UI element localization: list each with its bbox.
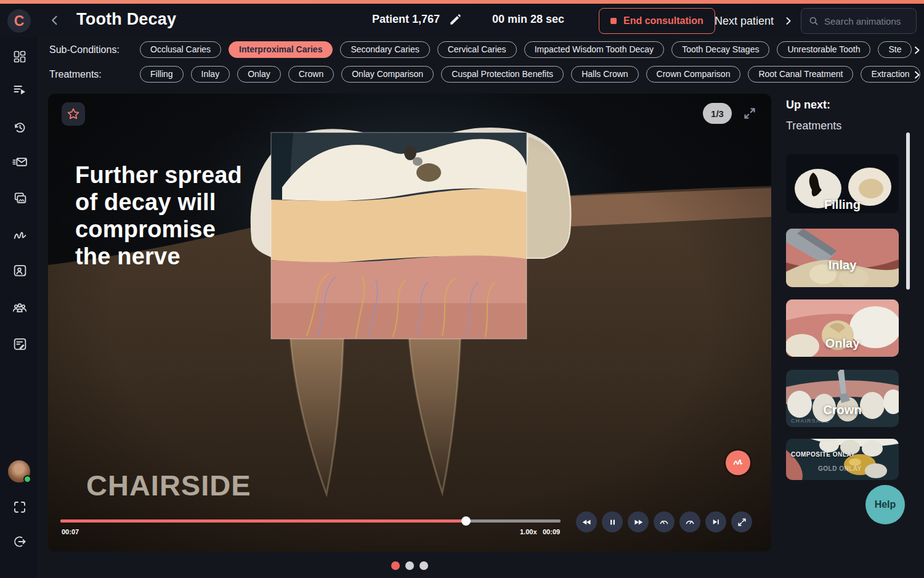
fast-forward-button[interactable] (628, 511, 649, 532)
skip-next-icon (711, 517, 721, 527)
slide-page-indicator[interactable]: 1/3 (703, 103, 732, 124)
pause-button[interactable] (602, 511, 623, 532)
current-time: 00:07 (62, 528, 79, 535)
help-button[interactable]: Help (865, 485, 905, 524)
sidebar-item-forms[interactable] (12, 336, 28, 352)
chip-crown[interactable]: Crown (288, 66, 334, 83)
chip-inlay[interactable]: Inlay (191, 66, 230, 83)
sidebar-item-media-gallery[interactable] (12, 190, 28, 206)
chip-root-canal-treatment[interactable]: Root Canal Treatment (748, 66, 853, 83)
thumbnail-label: Onlay (786, 336, 899, 351)
up-next-item-crown[interactable]: Crown CHAIRSADE (786, 370, 899, 427)
video-duration: 00:09 (543, 528, 560, 535)
end-consultation-button[interactable]: End consultation (599, 8, 715, 34)
up-next-item-filling[interactable]: Filling (786, 154, 899, 213)
edit-patient-button[interactable] (447, 11, 464, 28)
slide-dot-3[interactable] (419, 561, 428, 570)
progress-thumb[interactable] (461, 516, 471, 526)
annotate-draw-button[interactable] (726, 450, 750, 475)
next-slide-button[interactable] (705, 511, 726, 532)
next-patient-button[interactable]: Next patient (710, 8, 798, 34)
sidebar-item-patient-profile[interactable] (12, 263, 28, 279)
slide-dot-1[interactable] (391, 561, 400, 570)
sub-conditions-row: Occlusal Caries Interproximal Caries Sec… (140, 41, 924, 59)
search-input[interactable] (824, 16, 909, 26)
treatments-label: Treatments: (49, 69, 102, 80)
chevron-left-icon (49, 14, 61, 26)
chip-impacted-wisdom-tooth-decay[interactable]: Impacted Wisdom Tooth Decay (524, 41, 665, 58)
star-icon (66, 107, 81, 121)
thumbnail-label: Filling (786, 198, 899, 212)
header-bar: C Tooth Decay Patient 1,767 00 min 28 se… (0, 4, 924, 37)
up-next-item-inlay[interactable]: Inlay (786, 229, 899, 287)
signature-squiggle-icon (12, 228, 28, 243)
slide-dots (48, 561, 771, 570)
chip-ste-truncated[interactable]: Ste (878, 41, 912, 58)
expand-video-button[interactable] (742, 105, 758, 121)
user-avatar[interactable] (8, 460, 30, 482)
playlist-play-icon (12, 83, 27, 97)
rewind-icon (582, 517, 592, 527)
treatments-row: Filling Inlay Onlay Crown Onlay Comparis… (140, 66, 924, 83)
stop-icon (610, 18, 617, 24)
end-consultation-label: End consultation (623, 15, 703, 26)
up-next-title: Up next: (786, 99, 830, 112)
draw-squiggle-icon (731, 456, 745, 470)
fullscreen-button[interactable] (12, 499, 28, 515)
back-button[interactable] (47, 12, 63, 28)
page-title: Tooth Decay (76, 10, 176, 29)
rewind-button[interactable] (576, 511, 597, 532)
chairside-watermark: CHAIRSIDE (86, 468, 251, 502)
chip-secondary-caries[interactable]: Secondary Caries (340, 41, 429, 58)
sidebar-item-playlists[interactable] (12, 82, 28, 98)
group-people-icon (12, 300, 28, 316)
chip-onlay-comparison[interactable]: Onlay Comparison (341, 66, 434, 83)
chip-occlusal-caries[interactable]: Occlusal Caries (140, 41, 221, 58)
sidebar-item-signatures[interactable] (12, 227, 28, 243)
chip-onlay[interactable]: Onlay (237, 66, 281, 83)
onlay-comparison-thumbnail-image (786, 439, 899, 480)
composite-onlay-tag: COMPOSITE ONLAY (791, 451, 855, 458)
sidebar-item-dashboard[interactable] (12, 49, 28, 65)
sidebar-item-send[interactable] (12, 153, 28, 169)
chip-unrestorable-tooth[interactable]: Unrestorable Tooth (777, 41, 870, 58)
favorite-button[interactable] (62, 102, 85, 126)
chip-interproximal-caries[interactable]: Interproximal Caries (229, 41, 333, 58)
form-edit-icon (12, 336, 28, 352)
up-next-scrollbar[interactable] (906, 132, 910, 290)
left-sidebar (0, 37, 39, 578)
sidebar-item-history[interactable] (12, 120, 28, 136)
chip-cuspal-protection-benefits[interactable]: Cuspal Protection Benefits (441, 66, 564, 83)
chip-halls-crown[interactable]: Halls Crown (571, 66, 638, 83)
playback-controls (576, 511, 752, 532)
chip-cervical-caries[interactable]: Cervical Caries (437, 41, 517, 58)
sub-conditions-scroll-right-button[interactable] (910, 43, 923, 57)
slide-dot-2[interactable] (405, 561, 414, 570)
fast-forward-icon (633, 517, 644, 527)
treatments-scroll-right-button[interactable] (910, 67, 923, 82)
gold-onlay-tag: GOLD ONLAY (818, 465, 862, 472)
chevron-right-icon (912, 70, 922, 79)
sidebar-item-patient-groups[interactable] (12, 300, 28, 316)
speed-up-button[interactable] (679, 511, 700, 532)
thumbnail-watermark: CHAIRSADE (791, 418, 830, 424)
fullscreen-video-button[interactable] (731, 511, 752, 532)
app-logo[interactable]: C (7, 9, 31, 33)
video-progress-bar[interactable] (60, 519, 561, 523)
video-player[interactable]: Further spread of decay will compromise … (48, 94, 771, 552)
patient-card-icon (12, 263, 28, 279)
up-next-item-onlay-comparison[interactable]: COMPOSITE ONLAY GOLD ONLAY (786, 439, 899, 480)
chip-tooth-decay-stages[interactable]: Tooth Decay Stages (671, 41, 769, 58)
patient-label: Patient 1,767 (372, 13, 440, 26)
pause-icon (608, 518, 617, 527)
speed-down-button[interactable] (654, 511, 675, 532)
chip-crown-comparison[interactable]: Crown Comparison (646, 66, 741, 83)
search-animations-box[interactable] (801, 8, 917, 34)
video-caption: Further spread of decay will compromise … (75, 161, 334, 270)
chip-filling[interactable]: Filling (140, 66, 184, 83)
up-next-item-onlay[interactable]: Onlay (786, 299, 899, 357)
speed-up-gauge-icon (684, 516, 695, 527)
consultation-timer: 00 min 28 sec (492, 13, 564, 26)
logo-letter: C (14, 13, 25, 30)
logout-button[interactable] (12, 534, 28, 550)
